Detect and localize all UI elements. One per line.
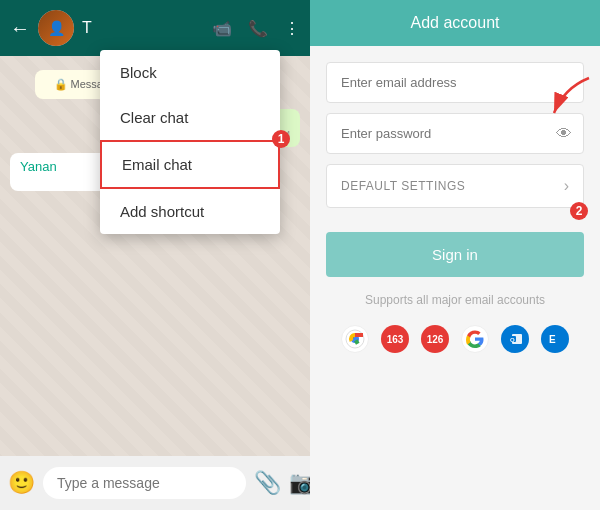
svg-text:E: E <box>549 334 556 345</box>
sign-in-button[interactable]: Sign in <box>326 232 584 277</box>
add-account-header: Add account <box>310 0 600 46</box>
chat-bottom-bar: 🙂 📎 📷 🎤 <box>0 456 310 510</box>
menu-item-block[interactable]: Block <box>100 50 280 95</box>
provider-outlook-icon: O <box>501 325 529 353</box>
provider-google-icon <box>461 325 489 353</box>
video-call-icon[interactable]: 📹 <box>212 19 232 38</box>
menu-item-clear-chat[interactable]: Clear chat <box>100 95 280 140</box>
default-settings-row[interactable]: DEFAULT SETTINGS › <box>326 164 584 208</box>
emoji-icon[interactable]: 🙂 <box>8 470 35 496</box>
avatar: 👤 <box>38 10 74 46</box>
settings-chevron-icon: › <box>564 177 569 195</box>
provider-exchange-icon: E <box>541 325 569 353</box>
chat-panel: ← 👤 T 📹 📞 ⋮ Block Clear chat Email chat … <box>0 0 310 510</box>
camera-icon[interactable]: 📷 <box>289 470 310 496</box>
provider-chrome-icon <box>341 325 369 353</box>
more-icon[interactable]: ⋮ <box>284 19 300 38</box>
show-password-icon[interactable]: 👁 <box>556 125 572 143</box>
settings-label: DEFAULT SETTINGS <box>341 179 465 193</box>
password-wrapper: 👁 <box>326 113 584 154</box>
header-icons: 📹 📞 ⋮ <box>212 19 300 38</box>
message-input[interactable] <box>43 467 246 499</box>
menu-item-email-chat[interactable]: Email chat <box>100 140 280 189</box>
supports-text: Supports all major email accounts <box>326 293 584 307</box>
annotation-marker-2: 2 <box>570 202 588 220</box>
attachment-icon[interactable]: 📎 <box>254 470 281 496</box>
email-input[interactable] <box>326 62 584 103</box>
provider-163-icon: 163 <box>381 325 409 353</box>
svg-text:O: O <box>510 337 515 343</box>
contact-name: T <box>82 19 204 37</box>
chat-header: ← 👤 T 📹 📞 ⋮ <box>0 0 310 56</box>
back-button[interactable]: ← <box>10 17 30 40</box>
add-account-panel: Add account 👁 DEFAULT SETTINGS › 2 <box>310 0 600 510</box>
right-content: 👁 DEFAULT SETTINGS › 2 Sign in Supports … <box>310 46 600 510</box>
annotation-marker-1: 1 <box>272 130 290 148</box>
password-input[interactable] <box>326 113 584 154</box>
menu-item-add-shortcut[interactable]: Add shortcut <box>100 189 280 234</box>
add-account-title: Add account <box>411 14 500 31</box>
provider-126-icon: 126 <box>421 325 449 353</box>
context-menu: Block Clear chat Email chat Add shortcut <box>100 50 280 234</box>
call-icon[interactable]: 📞 <box>248 19 268 38</box>
email-providers: 163 126 O <box>326 325 584 353</box>
